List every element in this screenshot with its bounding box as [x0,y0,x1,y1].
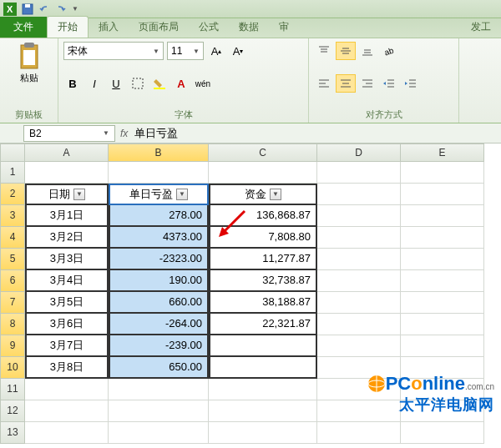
cell-fund[interactable]: 136,868.87 [209,205,317,227]
cell[interactable] [209,400,317,422]
border-button[interactable] [129,74,147,93]
qat-dropdown-icon[interactable]: ▼ [72,5,78,13]
name-box[interactable]: B2▼ [23,125,115,142]
save-icon[interactable] [22,3,33,15]
col-header-e[interactable]: E [401,143,484,162]
cell[interactable] [25,379,109,400]
cell-profit[interactable]: 650.00 [109,357,209,379]
align-middle-button[interactable] [336,42,356,60]
col-header-d[interactable]: D [317,143,401,162]
tab-home[interactable]: 开始 [47,16,89,38]
cell[interactable] [317,162,401,184]
col-header-b[interactable]: B [109,143,209,162]
tab-data[interactable]: 数据 [229,17,269,38]
cell[interactable] [317,314,401,335]
shrink-font-button[interactable]: A▾ [229,42,247,60]
cell[interactable] [317,249,401,270]
select-all-corner[interactable] [0,143,25,162]
tab-layout[interactable]: 页面布局 [129,17,189,38]
redo-icon[interactable] [55,3,67,15]
cell[interactable] [209,422,317,444]
cell-fund[interactable]: 32,738.87 [209,270,317,292]
row-header[interactable]: 7 [0,292,25,314]
cell-profit[interactable]: -2323.00 [109,249,209,270]
cell[interactable] [317,292,401,314]
cell[interactable] [317,335,401,357]
cell-date[interactable]: 3月6日 [25,314,109,335]
cell[interactable] [109,400,209,422]
cell[interactable] [401,205,484,227]
cell[interactable] [109,379,209,400]
grow-font-button[interactable]: A▴ [207,42,225,60]
align-left-button[interactable] [314,74,334,93]
row-header[interactable]: 11 [0,379,25,400]
row-header[interactable]: 3 [0,205,25,227]
cell[interactable] [317,270,401,292]
cell[interactable] [25,162,109,184]
col-header-a[interactable]: A [25,143,109,162]
row-header[interactable]: 12 [0,400,25,422]
cell[interactable] [401,162,484,184]
cell[interactable] [25,400,109,422]
row-header[interactable]: 10 [0,357,25,379]
formula-bar-value[interactable]: 单日亏盈 [134,126,178,141]
cell-date[interactable]: 3月8日 [25,357,109,379]
cell-date[interactable]: 3月3日 [25,249,109,270]
row-header[interactable]: 1 [0,162,25,184]
table-header-date[interactable]: 日期▼ [25,184,109,205]
fill-color-button[interactable] [150,74,169,93]
cell-fund[interactable] [209,335,317,357]
undo-icon[interactable] [38,3,50,15]
paste-button[interactable]: 粘贴 [5,42,53,84]
cell-profit[interactable]: -239.00 [109,335,209,357]
decrease-indent-button[interactable] [379,74,399,93]
cell[interactable] [209,379,317,400]
cell-fund[interactable]: 22,321.87 [209,314,317,335]
tab-dev[interactable]: 发工 [461,17,501,38]
cell-fund[interactable]: 7,808.80 [209,227,317,249]
cell-profit[interactable]: 278.00 [109,205,209,227]
cell-profit[interactable]: 660.00 [109,292,209,314]
tab-file[interactable]: 文件 [0,17,47,38]
fx-icon[interactable]: fx [120,128,128,139]
cell[interactable] [401,335,484,357]
cell[interactable] [401,422,484,444]
row-header[interactable]: 6 [0,270,25,292]
cell[interactable] [109,162,209,184]
row-header[interactable]: 9 [0,335,25,357]
cell[interactable] [209,162,317,184]
cell-profit[interactable]: 4373.00 [109,227,209,249]
filter-icon[interactable]: ▼ [176,189,188,200]
align-top-button[interactable] [314,42,334,60]
filter-icon[interactable]: ▼ [73,189,85,200]
cell-date[interactable]: 3月5日 [25,292,109,314]
filter-icon[interactable]: ▼ [270,189,281,200]
cell[interactable] [401,249,484,270]
cell-fund[interactable]: 11,277.87 [209,249,317,270]
align-center-button[interactable] [336,74,356,93]
cell-profit[interactable]: 190.00 [109,270,209,292]
phonetic-button[interactable]: wén [194,74,212,93]
cell[interactable] [109,422,209,444]
cell[interactable] [317,227,401,249]
cell-date[interactable]: 3月1日 [25,205,109,227]
cell-date[interactable]: 3月2日 [25,227,109,249]
cell[interactable] [317,205,401,227]
cell[interactable] [317,422,401,444]
cell[interactable] [401,270,484,292]
font-size-select[interactable]: 11▼ [167,42,204,60]
align-bottom-button[interactable] [357,42,377,60]
align-right-button[interactable] [357,74,377,93]
increase-indent-button[interactable] [401,74,421,93]
cell-fund[interactable] [209,357,317,379]
row-header[interactable]: 5 [0,249,25,270]
orientation-button[interactable]: ab [379,42,399,60]
row-header[interactable]: 4 [0,227,25,249]
tab-formula[interactable]: 公式 [189,17,229,38]
tab-review[interactable]: 审 [269,17,299,38]
underline-button[interactable]: U [107,74,125,93]
row-header[interactable]: 2 [0,184,25,205]
row-header[interactable]: 13 [0,422,25,444]
col-header-c[interactable]: C [209,143,317,162]
bold-button[interactable]: B [63,74,82,93]
